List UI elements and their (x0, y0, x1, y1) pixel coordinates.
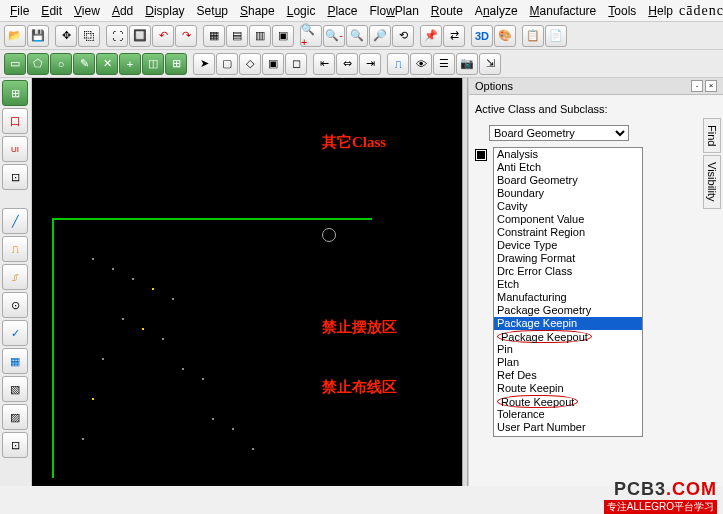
list-item[interactable]: Route Keepin (494, 382, 642, 395)
menu-view[interactable]: View (68, 2, 106, 20)
list-item[interactable]: Drc Error Class (494, 265, 642, 278)
vt-grid-icon[interactable]: ▦ (2, 348, 28, 374)
list-item[interactable]: Ref Des (494, 369, 642, 382)
menu-file[interactable]: FFileile (4, 2, 35, 20)
zoom-out-icon[interactable]: 🔍- (323, 25, 345, 47)
menu-tools[interactable]: Tools (602, 2, 642, 20)
class-combo[interactable]: Board Geometry (489, 125, 629, 141)
zoom-window-icon[interactable]: 🔲 (129, 25, 151, 47)
list-item[interactable]: User Part Number (494, 421, 642, 434)
shape-del-icon[interactable]: ✕ (96, 53, 118, 75)
list-item[interactable]: Component Value (494, 213, 642, 226)
pin-icon[interactable]: 📌 (420, 25, 442, 47)
shape-rect-icon[interactable]: ▭ (4, 53, 26, 75)
vt-drc-icon[interactable]: ✓ (2, 320, 28, 346)
list-item[interactable]: Boundary (494, 187, 642, 200)
subclass-color-swatch[interactable] (475, 149, 487, 161)
flip-icon[interactable]: ⇄ (443, 25, 465, 47)
menu-analyze[interactable]: Analyze (469, 2, 524, 20)
panel-close-icon[interactable]: × (705, 80, 717, 92)
vt-route-icon[interactable]: ⎍ (2, 236, 28, 262)
shape-add-icon[interactable]: + (119, 53, 141, 75)
list-item[interactable]: Board Geometry (494, 174, 642, 187)
select-rect-icon[interactable]: ▢ (216, 53, 238, 75)
list-item[interactable]: Package Keepout (494, 330, 642, 343)
menu-place[interactable]: Place (321, 2, 363, 20)
list-item[interactable]: Constraint Region (494, 226, 642, 239)
vt-text-icon[interactable]: ⊡ (2, 432, 28, 458)
list-item[interactable]: Etch (494, 278, 642, 291)
zoom-in-icon[interactable]: 🔍+ (300, 25, 322, 47)
list-item[interactable]: Pin (494, 343, 642, 356)
grid2-icon[interactable]: ▤ (226, 25, 248, 47)
list-item[interactable]: Via Class (494, 434, 642, 437)
panel-pin-icon[interactable]: - (691, 80, 703, 92)
list-item[interactable]: Device Type (494, 239, 642, 252)
menu-flowplan[interactable]: FlowPlan (363, 2, 424, 20)
design-canvas[interactable]: 其它Class 禁止摆放区 禁止布线区 (32, 78, 462, 486)
tab-visibility[interactable]: Visibility (703, 155, 721, 209)
list-item[interactable]: Package Geometry (494, 304, 642, 317)
3d-icon[interactable]: 3D (471, 25, 493, 47)
grid3-icon[interactable]: ▥ (249, 25, 271, 47)
menu-setup[interactable]: Setup (191, 2, 234, 20)
menu-display[interactable]: Display (139, 2, 190, 20)
copy-icon[interactable]: ⿻ (78, 25, 100, 47)
align-h-icon[interactable]: ⇔ (336, 53, 358, 75)
shape-poly-icon[interactable]: ⬠ (27, 53, 49, 75)
report2-icon[interactable]: 📄 (545, 25, 567, 47)
report-icon[interactable]: 📋 (522, 25, 544, 47)
xsection-icon[interactable]: ☰ (433, 53, 455, 75)
list-item[interactable]: Analysis (494, 148, 642, 161)
list-item[interactable]: Route Keepout (494, 395, 642, 408)
vt-ui-icon[interactable]: UI (2, 136, 28, 162)
tab-find[interactable]: Find (703, 118, 721, 153)
menu-manufacture[interactable]: Manufacture (524, 2, 603, 20)
vt-fill-icon[interactable]: ▨ (2, 404, 28, 430)
zoom-extent-icon[interactable]: 🔎 (369, 25, 391, 47)
vt-place-icon[interactable]: ⊞ (2, 80, 28, 106)
list-item[interactable]: Manufacturing (494, 291, 642, 304)
grid-icon[interactable]: ▦ (203, 25, 225, 47)
shape-circ-icon[interactable]: ○ (50, 53, 72, 75)
open-icon[interactable]: 📂 (4, 25, 26, 47)
list-item[interactable]: Tolerance (494, 408, 642, 421)
list-item[interactable]: Anti Etch (494, 161, 642, 174)
deselect-icon[interactable]: ◻ (285, 53, 307, 75)
zoom-prev-icon[interactable]: ⟲ (392, 25, 414, 47)
select-poly-icon[interactable]: ◇ (239, 53, 261, 75)
list-item[interactable]: Plan (494, 356, 642, 369)
list-item[interactable]: Cavity (494, 200, 642, 213)
palette-icon[interactable]: 🎨 (494, 25, 516, 47)
zoom-area-icon[interactable]: 🔍 (346, 25, 368, 47)
vt-via-icon[interactable]: ⊙ (2, 292, 28, 318)
move-icon[interactable]: ✥ (55, 25, 77, 47)
align-left-icon[interactable]: ⇤ (313, 53, 335, 75)
menu-logic[interactable]: Logic (281, 2, 322, 20)
menu-edit[interactable]: Edit (35, 2, 68, 20)
redo-icon[interactable]: ↷ (175, 25, 197, 47)
menu-shape[interactable]: Shape (234, 2, 281, 20)
route-icon[interactable]: ⎍ (387, 53, 409, 75)
save-icon[interactable]: 💾 (27, 25, 49, 47)
export-icon[interactable]: ⇲ (479, 53, 501, 75)
select-all-icon[interactable]: ▣ (262, 53, 284, 75)
menu-route[interactable]: Route (425, 2, 469, 20)
list-item[interactable]: Drawing Format (494, 252, 642, 265)
list-item[interactable]: Package Keepin (494, 317, 642, 330)
camera-icon[interactable]: 📷 (456, 53, 478, 75)
menu-help[interactable]: Help (642, 2, 679, 20)
zoom-fit-icon[interactable]: ⛶ (106, 25, 128, 47)
shape-merge-icon[interactable]: ⊞ (165, 53, 187, 75)
layer-icon[interactable]: ▣ (272, 25, 294, 47)
cursor-icon[interactable]: ➤ (193, 53, 215, 75)
subclass-listbox[interactable]: AnalysisAnti EtchBoard GeometryBoundaryC… (493, 147, 643, 437)
align-right-icon[interactable]: ⇥ (359, 53, 381, 75)
vt-comp-icon[interactable]: ⊡ (2, 164, 28, 190)
vt-trace-icon[interactable]: ⎎ (2, 264, 28, 290)
undo-icon[interactable]: ↶ (152, 25, 174, 47)
shape-void-icon[interactable]: ◫ (142, 53, 164, 75)
shape-edit-icon[interactable]: ✎ (73, 53, 95, 75)
vt-line-icon[interactable]: ╱ (2, 208, 28, 234)
vt-symbol-icon[interactable]: 口 (2, 108, 28, 134)
